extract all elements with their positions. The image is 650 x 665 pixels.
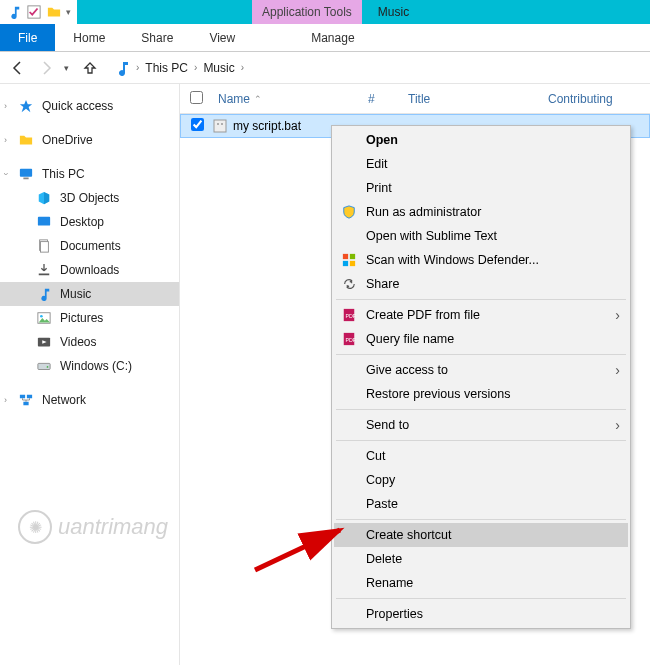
up-button[interactable] [80,58,100,78]
sidebar-item-label: 3D Objects [60,191,119,205]
bat-file-icon [211,118,229,134]
breadcrumb-music[interactable]: Music [203,61,234,75]
folder-icon [18,132,34,148]
menu-item-copy[interactable]: Copy [334,468,628,492]
menu-separator [336,440,626,441]
menu-item-paste[interactable]: Paste [334,492,628,516]
svg-rect-3 [38,217,50,226]
menu-item-open-sublime[interactable]: Open with Sublime Text [334,224,628,248]
chevron-right-icon: › [615,307,620,323]
menu-item-send-to[interactable]: Send to › [334,413,628,437]
menu-item-restore[interactable]: Restore previous versions [334,382,628,406]
sidebar-item-music[interactable]: Music [0,282,179,306]
menu-item-query-file[interactable]: PDF Query file name [334,327,628,351]
svg-point-11 [47,366,49,368]
svg-rect-21 [350,261,355,266]
sidebar-item-quick-access[interactable]: › Quick access [0,94,179,118]
menu-item-properties[interactable]: Properties [334,602,628,626]
menu-item-print[interactable]: Print [334,176,628,200]
sidebar-item-label: Music [60,287,91,301]
sidebar-item-3d-objects[interactable]: 3D Objects [0,186,179,210]
contextual-tab-label: Application Tools [252,0,362,24]
svg-rect-2 [23,178,28,180]
share-icon [340,275,358,293]
sidebar-item-videos[interactable]: Videos [0,330,179,354]
back-button[interactable] [8,58,28,78]
menu-item-give-access[interactable]: Give access to › [334,358,628,382]
forward-button [36,58,56,78]
sidebar-item-this-pc[interactable]: › This PC [0,162,179,186]
svg-rect-19 [350,254,355,259]
menu-separator [336,354,626,355]
sidebar-item-documents[interactable]: Documents [0,234,179,258]
menu-separator [336,598,626,599]
chevron-right-icon[interactable]: › [241,62,244,73]
svg-point-8 [40,315,43,318]
tab-home[interactable]: Home [55,24,123,51]
sidebar-item-windows-c[interactable]: Windows (C:) [0,354,179,378]
column-title[interactable]: Title [400,92,540,106]
music-note-icon [6,4,22,20]
sidebar-item-network[interactable]: › Network [0,388,179,412]
folder-icon[interactable] [46,4,62,20]
music-note-icon [36,286,52,302]
sidebar-item-desktop[interactable]: Desktop [0,210,179,234]
menu-item-rename[interactable]: Rename [334,571,628,595]
svg-text:PDF: PDF [346,337,357,343]
svg-rect-20 [343,261,348,266]
svg-rect-6 [39,274,50,276]
pictures-icon [36,310,52,326]
header-checkbox[interactable] [190,91,210,107]
svg-point-16 [217,123,219,125]
tab-manage[interactable]: Manage [293,24,372,51]
menu-item-create-pdf[interactable]: PDF Create PDF from file › [334,303,628,327]
svg-rect-18 [343,254,348,259]
breadcrumb-this-pc[interactable]: This PC [145,61,188,75]
documents-icon [36,238,52,254]
chevron-right-icon[interactable]: › [4,101,7,111]
column-name[interactable]: Name⌃ [210,92,360,106]
context-menu: Open Edit Print Run as administrator Ope… [331,125,631,629]
pdf-icon: PDF [340,330,358,348]
chevron-down-icon[interactable]: › [1,173,11,176]
menu-item-create-shortcut[interactable]: Create shortcut [334,523,628,547]
videos-icon [36,334,52,350]
shield-icon [340,203,358,221]
sidebar-item-pictures[interactable]: Pictures [0,306,179,330]
chevron-right-icon[interactable]: › [4,135,7,145]
history-dropdown-icon[interactable]: ▾ [64,63,72,73]
row-checkbox[interactable] [191,118,211,134]
chevron-right-icon[interactable]: › [4,395,7,405]
chevron-right-icon[interactable]: › [194,62,197,73]
chevron-right-icon[interactable]: › [136,62,139,73]
sidebar-item-downloads[interactable]: Downloads [0,258,179,282]
menu-item-scan-defender[interactable]: Scan with Windows Defender... [334,248,628,272]
sidebar-item-label: Network [42,393,86,407]
chevron-down-icon[interactable]: ▾ [66,7,71,17]
menu-item-run-admin[interactable]: Run as administrator [334,200,628,224]
navigation-pane: › Quick access › OneDrive › This PC [0,84,180,665]
tab-file[interactable]: File [0,24,55,51]
svg-point-17 [221,123,223,125]
tab-view[interactable]: View [191,24,253,51]
sidebar-item-label: Downloads [60,263,119,277]
menu-item-open[interactable]: Open [334,128,628,152]
menu-item-share[interactable]: Share [334,272,628,296]
tab-share[interactable]: Share [123,24,191,51]
chevron-right-icon: › [615,417,620,433]
sidebar-item-label: This PC [42,167,85,181]
sidebar-item-label: Videos [60,335,96,349]
checkbox-icon[interactable] [26,4,42,20]
sidebar-item-onedrive[interactable]: › OneDrive [0,128,179,152]
download-icon [36,262,52,278]
menu-item-edit[interactable]: Edit [334,152,628,176]
menu-item-delete[interactable]: Delete [334,547,628,571]
svg-rect-12 [20,395,25,399]
column-number[interactable]: # [360,92,400,106]
music-note-icon [114,60,130,76]
column-contributing[interactable]: Contributing [540,92,650,106]
menu-item-cut[interactable]: Cut [334,444,628,468]
sidebar-item-label: Desktop [60,215,104,229]
svg-rect-15 [214,120,226,132]
breadcrumb[interactable]: › This PC › Music › [108,60,642,76]
